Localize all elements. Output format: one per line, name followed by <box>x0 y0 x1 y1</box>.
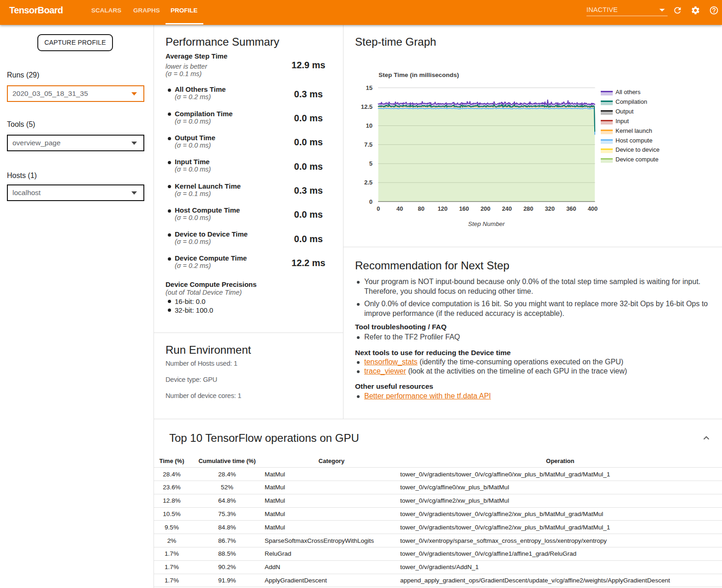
svg-text:40: 40 <box>397 205 403 212</box>
svg-text:80: 80 <box>418 205 424 212</box>
svg-text:280: 280 <box>523 205 533 212</box>
svg-text:12.5: 12.5 <box>361 103 373 110</box>
svg-text:320: 320 <box>545 205 555 212</box>
svg-text:2.5: 2.5 <box>364 179 373 186</box>
svg-text:0: 0 <box>377 205 380 212</box>
svg-text:10: 10 <box>366 122 373 129</box>
svg-text:5: 5 <box>369 160 373 167</box>
svg-text:0: 0 <box>369 198 373 205</box>
svg-text:400: 400 <box>588 205 598 212</box>
svg-text:200: 200 <box>480 205 491 212</box>
svg-text:15: 15 <box>366 84 373 91</box>
svg-text:Step Number: Step Number <box>468 220 505 227</box>
svg-text:7.5: 7.5 <box>364 141 373 148</box>
svg-text:120: 120 <box>438 205 448 212</box>
svg-text:Step Time (in milliseconds): Step Time (in milliseconds) <box>379 71 459 78</box>
svg-text:360: 360 <box>566 205 576 212</box>
svg-text:160: 160 <box>459 205 469 212</box>
svg-text:240: 240 <box>502 205 512 212</box>
